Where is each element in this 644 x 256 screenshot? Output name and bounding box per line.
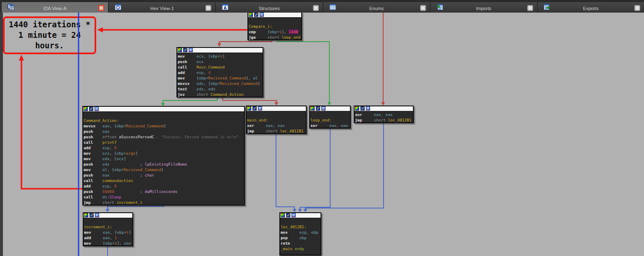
code-line: add esp, 8 <box>84 183 244 189</box>
edge-blue <box>300 128 330 209</box>
close-icon[interactable] <box>313 5 319 11</box>
code-line <box>281 219 321 224</box>
palette-icon[interactable] <box>247 106 251 111</box>
pencil-icon[interactable] <box>286 213 290 217</box>
code-line: jmp short increment_i <box>84 200 244 205</box>
code-line: xor eax, eax <box>355 112 413 117</box>
node-title-bar <box>177 48 263 53</box>
node-title-bar <box>248 13 301 18</box>
palette-icon[interactable] <box>178 48 182 52</box>
node-xor_jmp[interactable]: xor eax, eaxjmp short loc_4012B1 <box>354 106 414 123</box>
node-code: Compare_i:cmp [ebp+i], 1440jge short loo… <box>248 18 301 40</box>
node-command_action[interactable]: Command_Action:movsx eax, [ebp+Recieved_… <box>82 106 245 206</box>
code-line: movsx edx, [ebp+Recieved_Command] <box>178 81 263 86</box>
textflag-icon[interactable] <box>258 106 262 111</box>
palette-icon[interactable] <box>84 213 88 217</box>
node-title-bar <box>84 213 132 218</box>
code-line: mov ecx, [ebp+argv] <box>84 150 244 156</box>
tab-label: Hex View-1 <box>109 4 215 11</box>
graph-canvas[interactable]: 1440 iterations *1 minute = 24hours. Com… <box>0 13 644 256</box>
code-line: jnz short Command_Action <box>178 92 263 97</box>
tab-enums[interactable]: Enums <box>323 2 430 13</box>
code-line: push eax ; char <box>84 172 244 178</box>
code-line: retn <box>281 240 321 246</box>
edge-arrowhead <box>19 55 24 61</box>
textflag-icon[interactable] <box>189 48 193 52</box>
node-loop_end[interactable]: loop_end:xor eax, eax <box>309 106 351 129</box>
code-line: movsx eax, [ebp+Recieved_Command] <box>84 123 244 129</box>
pencil-icon[interactable] <box>316 106 320 111</box>
pencil-icon[interactable] <box>89 107 93 111</box>
tab-structures[interactable]: AStructures <box>216 2 322 13</box>
close-icon[interactable] <box>420 5 426 11</box>
pencil-icon[interactable] <box>183 48 187 52</box>
textflag-icon[interactable] <box>292 213 296 217</box>
close-icon[interactable] <box>205 5 211 11</box>
imports-icon <box>436 4 443 11</box>
pencil-icon[interactable] <box>252 106 257 111</box>
edge-green <box>163 97 217 103</box>
node-title-bar <box>355 106 413 111</box>
pencil-icon[interactable] <box>89 213 94 217</box>
edge-green <box>278 40 329 103</box>
enums-icon <box>329 4 336 11</box>
node-code: Command_Action:movsx eax, [ebp+Recieved_… <box>83 112 244 205</box>
code-line: jge short loop_end <box>249 34 301 40</box>
code-line: pop ebp <box>281 235 321 240</box>
node-code: loc_4012B1:mov esp, ebppop ebpretn_main … <box>280 218 321 251</box>
tab-ida-view-a[interactable]: IDA View-A <box>2 2 108 13</box>
close-icon[interactable] <box>634 5 640 11</box>
code-line: xor eax, eax <box>247 123 306 128</box>
node-code: loop_end:xor eax, eax <box>310 111 350 128</box>
palette-icon[interactable] <box>355 106 359 111</box>
textflag-icon[interactable] <box>260 13 264 17</box>
palette-icon[interactable] <box>249 13 253 17</box>
tab-bar: IDA View-AHex View-1AStructuresEnumsImpo… <box>0 0 644 13</box>
textflag-icon[interactable] <box>321 106 326 111</box>
node-code: xor eax, eaxjmp short loc_4012B1 <box>355 111 413 123</box>
structures-icon: A <box>222 4 229 11</box>
textflag-icon[interactable] <box>95 213 99 217</box>
palette-icon[interactable] <box>84 107 88 111</box>
node-main_end[interactable]: main_end:xor eax, eaxjmp short loc_4012B… <box>246 106 307 134</box>
code-line: add eax, 1 <box>84 235 132 240</box>
pencil-icon[interactable] <box>360 106 365 111</box>
code-line: loc_4012B1: <box>281 224 321 230</box>
close-icon[interactable] <box>98 5 104 11</box>
palette-icon[interactable] <box>281 213 285 217</box>
svg-text:A: A <box>224 6 227 10</box>
pencil-icon[interactable] <box>254 13 258 17</box>
code-line <box>310 112 350 117</box>
code-line <box>84 219 132 224</box>
textflag-icon[interactable] <box>366 106 370 111</box>
node-recv_command[interactable]: mov ecx, [ebp+i]push ecxcall Recv_Comman… <box>176 47 263 98</box>
node-loc_4012b1[interactable]: loc_4012B1:mov esp, ebppop ebpretn_main … <box>279 212 321 256</box>
code-line: mov edx, [ecx] <box>84 156 244 161</box>
hex-view-icon <box>115 4 121 11</box>
node-title-bar <box>83 107 244 112</box>
edge-arrowhead <box>97 27 103 32</box>
edge-red <box>219 40 272 44</box>
node-increment_i[interactable]: increment_i:mov eax, [ebp+i]add eax, 1mo… <box>83 212 133 246</box>
code-line: mov eax, [ebp+i] <box>84 230 132 235</box>
tab-label: IDA View-A <box>2 4 108 11</box>
code-line: _main endp <box>281 246 321 251</box>
code-line: call commandaction <box>84 178 244 183</box>
ida-window: 1440 iterations *1 minute = 24hours. Com… <box>0 0 644 256</box>
palette-icon[interactable] <box>310 106 315 111</box>
node-code: main_end:xor eax, eaxjmp short loc_4012B… <box>247 111 306 134</box>
node-compare_i[interactable]: Compare_i:cmp [ebp+i], 1440jge short loo… <box>247 12 302 40</box>
code-line: add esp, 8 <box>84 145 244 150</box>
tab-imports[interactable]: Imports <box>431 2 537 13</box>
code-line: call Recv_Command <box>178 64 263 70</box>
textflag-icon[interactable] <box>95 107 99 111</box>
edge-arrowhead <box>218 43 221 47</box>
node-title-bar <box>310 106 350 111</box>
node-title-bar <box>247 106 306 111</box>
close-icon[interactable] <box>527 5 533 11</box>
tab-hex-view-1[interactable]: Hex View-1 <box>109 2 215 13</box>
edge-blue <box>305 123 384 209</box>
code-line: push 60000 ; dwMilliseconds <box>84 189 244 194</box>
tab-exports[interactable]: Exports <box>538 2 644 13</box>
code-line: mov al, [ebp+Recieved_Command] <box>84 167 244 172</box>
